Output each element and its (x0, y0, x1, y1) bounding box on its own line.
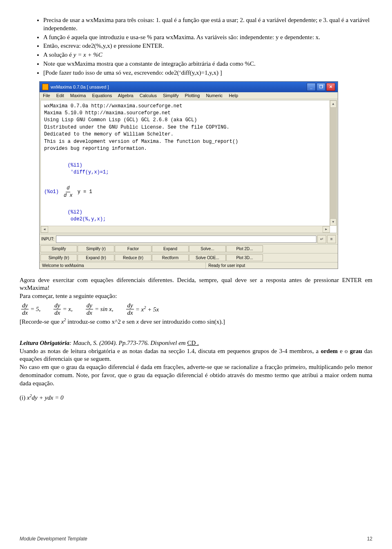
text: introduz-se como x^2 e sen (67, 318, 136, 325)
input-row: INPUT: ↵ ≡ (40, 234, 338, 244)
leitura-label: Leitura Obrigatória (20, 340, 69, 346)
maximize-button[interactable]: ❐ (316, 83, 325, 91)
text: deve ser introduzido como sin(x).] (140, 318, 225, 325)
input-expr: ode2(%,y,x); (71, 216, 106, 222)
cd-link: CD . (187, 340, 198, 346)
simplify-r-button[interactable]: Simplify (r) (78, 245, 114, 252)
input-expr: 'diff(y,x)=1; (71, 169, 109, 175)
equation-1: dydx = 5, (21, 302, 40, 316)
inline-math: x2dy + ydx = 0 (27, 394, 64, 401)
simplify-button[interactable]: Simplify (40, 245, 77, 252)
frac-den: dx (126, 309, 134, 316)
inline-math: x (136, 318, 139, 325)
plot2d-button[interactable]: Plot 2D... (226, 245, 263, 252)
bullet-item: Precisa de usar a wxMaxima para três coi… (43, 16, 372, 33)
inline-math: y = x + %C (74, 51, 102, 58)
frac-num: dy (21, 302, 29, 309)
eq-text: = x2 + 5x (136, 305, 159, 313)
scroll-right-icon[interactable]: ▶ (323, 226, 330, 233)
history-icon[interactable]: ≡ (327, 235, 336, 243)
equation-4: dydx = x2 + 5x (126, 302, 159, 316)
paragraph: Agora deve exercitar com equações difere… (20, 276, 372, 300)
button-row-1: Simplify Simplify (r) Factor Expand Solv… (40, 244, 338, 253)
menu-algebra[interactable]: Algebra (118, 93, 134, 98)
frac-den: dx (86, 309, 93, 316)
output-line: Dedicated to the memory of William Schel… (44, 131, 333, 138)
scroll-up-icon[interactable]: ▲ (330, 100, 336, 108)
prompt-label: (%i2) (68, 209, 82, 215)
input-label: INPUT: (41, 237, 54, 241)
simplify-tr-button[interactable]: Simplify (tr) (40, 254, 77, 261)
menu-simplify[interactable]: Simplify (163, 93, 179, 98)
bullet-text: A solução é (43, 51, 74, 58)
reduce-tr-button[interactable]: Reduce (tr) (115, 254, 151, 261)
horizontal-scrollbar[interactable]: ◀ ▶ (41, 226, 330, 233)
scroll-thumb[interactable] (330, 108, 336, 218)
paragraph: Leitura Obrigatória: Mauch, S. (2004). P… (20, 339, 372, 388)
bold-ordem: ordem (321, 348, 338, 354)
output-line: provides bug reporting information. (44, 145, 333, 152)
equation-2: dydx = x, (53, 302, 72, 316)
menu-numeric[interactable]: Numeric (206, 93, 223, 98)
vertical-scrollbar[interactable]: ▲ ▼ (330, 100, 336, 226)
app-icon (42, 84, 49, 90)
bullet-item: [Pode fazer tudo isso de uma só vez, esc… (43, 69, 372, 77)
input-expr (68, 169, 71, 175)
rectform-button[interactable]: Rectform (152, 254, 189, 261)
solve-button[interactable]: Solve... (189, 245, 226, 252)
exercise-i: (i) x2dy + ydx = 0 (20, 393, 372, 401)
bold-grau: grau (350, 348, 362, 354)
command-input[interactable] (56, 236, 316, 243)
bullet-item: A função é aquela que introduziu e usa-s… (43, 33, 372, 42)
bullet-item: Então, escreva: ode2(%,y,x) e pressione … (43, 42, 372, 50)
frac-num: dy (126, 302, 134, 309)
menu-help[interactable]: Help (229, 93, 238, 98)
menu-maxima[interactable]: Maxima (70, 93, 86, 98)
plot3d-button[interactable]: Plot 3D... (226, 254, 263, 261)
input-expr (68, 216, 71, 222)
button-row-2: Simplify (tr) Expand (tr) Reduce (tr) Re… (40, 253, 338, 262)
wxmaxima-window: wxMaxima 0.7.0a [ unsaved ] _ ❐ ✕ File E… (39, 81, 338, 269)
menu-file[interactable]: File (43, 93, 50, 98)
menu-plotting[interactable]: Plotting (185, 93, 200, 98)
bullet-text: A função é aquela que introduziu e usa-s… (43, 34, 320, 40)
inline-math: x2 (61, 318, 66, 325)
eq-text: = 5, (30, 306, 40, 313)
menu-edit[interactable]: Edit (56, 93, 64, 98)
frac-den: dx (53, 309, 61, 316)
enter-icon[interactable]: ↵ (317, 235, 326, 243)
expand-button[interactable]: Expand (152, 245, 189, 252)
window-titlebar: wxMaxima 0.7.0a [ unsaved ] _ ❐ ✕ (40, 82, 338, 92)
output-line: wxMaxima 0.7.0a http://wxmaxima.sourcefo… (44, 103, 333, 110)
bullet-list: Precisa de usar a wxMaxima para três coi… (20, 16, 372, 77)
status-left: Welcome to wxMaxima (40, 262, 206, 269)
expand-tr-button[interactable]: Expand (tr) (78, 254, 114, 261)
frac-den: dx (21, 309, 29, 316)
status-bar: Welcome to wxMaxima Ready for user input (40, 262, 338, 269)
bullet-item: Note que wxMaxima mostra que a constante… (43, 60, 372, 68)
solve-ode-button[interactable]: Solve ODE... (189, 254, 226, 261)
eq-text: = x, (62, 306, 72, 313)
close-button[interactable]: ✕ (326, 83, 335, 91)
menu-equations[interactable]: Equations (92, 93, 112, 98)
equation-row: dydx = 5, dydx = x, dydx = sin x, dydx =… (21, 302, 372, 316)
menu-calculus[interactable]: Calculus (140, 93, 157, 98)
text: No caso em que o grau da equação diferen… (20, 364, 372, 387)
window-title: wxMaxima 0.7.0a [ unsaved ] (51, 84, 109, 89)
output-line: This is a development version of Maxima.… (44, 138, 333, 145)
text: : Mauch, S. (2004). Pp.773-776. Disponív… (69, 340, 187, 346)
text: Usando as notas de leitura obrigatória e… (20, 348, 321, 354)
scroll-down-icon[interactable]: ▼ (330, 218, 336, 226)
scroll-track[interactable] (48, 226, 323, 233)
frac-num: dy (53, 302, 61, 309)
output-line: Distributed under the GNU Public License… (44, 124, 333, 131)
output-label: (%o1) (44, 189, 59, 196)
output-pane[interactable]: wxMaxima 0.7.0a http://wxmaxima.sourcefo… (40, 100, 337, 233)
factor-button[interactable]: Factor (115, 245, 151, 252)
minimize-button[interactable]: _ (307, 83, 316, 91)
status-right: Ready for user input (206, 262, 338, 269)
output-line: Maxima 5.10.0 http://maxima.sourceforge.… (44, 110, 333, 117)
output-line: Using Lisp GNU Common Lisp (GCL) GCL 2.6… (44, 117, 333, 124)
scroll-left-icon[interactable]: ◀ (41, 226, 48, 233)
eq-text: = sin x, (95, 306, 114, 313)
